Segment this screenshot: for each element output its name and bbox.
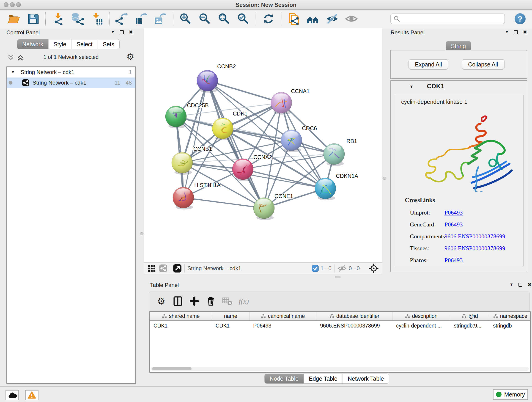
grid-view-icon[interactable] — [147, 264, 156, 273]
function-builder-icon[interactable]: f(x) — [237, 295, 250, 307]
column-header-name[interactable]: name — [212, 312, 249, 320]
results-panel-float-icon[interactable] — [514, 30, 518, 34]
cloud-button[interactable] — [6, 390, 19, 400]
import-database-icon[interactable] — [71, 12, 84, 26]
network-node-CCNB1[interactable] — [172, 152, 193, 175]
cell-shared-name[interactable]: CDK1 — [150, 323, 212, 329]
tab-network[interactable]: Network — [17, 39, 48, 49]
tree-expander-icon[interactable]: ▼ — [11, 70, 15, 75]
network-row-selected[interactable]: String Network – cdk1 11 48 — [7, 77, 135, 88]
column-header-description[interactable]: description — [393, 312, 450, 320]
table-panel-close-icon[interactable]: ✖ — [527, 283, 532, 287]
selected-checkbox-icon[interactable] — [312, 265, 319, 272]
cell-namespace[interactable]: stringdb — [489, 323, 531, 329]
delete-column-trash-icon[interactable] — [204, 295, 217, 307]
import-table-icon[interactable] — [90, 12, 103, 26]
table-row[interactable]: CDK1CDK1P064939606.ENSP00000378699cyclin… — [150, 321, 530, 331]
cell-database-identifier[interactable]: 9606.ENSP00000378699 — [317, 323, 393, 329]
results-panel-menu-icon[interactable]: ▼ — [505, 30, 509, 34]
zoom-selected-icon[interactable] — [237, 12, 250, 26]
help-button[interactable]: ? — [515, 13, 526, 24]
network-node-HIST1H1A[interactable] — [173, 187, 194, 210]
network-edge-HIST1H1A-CCNE1[interactable] — [183, 198, 264, 208]
network-options-gear-icon[interactable]: ⚙ — [127, 52, 134, 62]
table-settings-gear-icon[interactable]: ⚙ — [155, 295, 168, 307]
tab-style[interactable]: Style — [48, 39, 71, 49]
collapse-all-button[interactable]: Collapse All — [462, 59, 505, 70]
table-hscrollbar-thumb[interactable] — [152, 367, 191, 370]
network-node-CCNA2[interactable] — [232, 159, 253, 181]
warnings-button[interactable] — [25, 390, 38, 400]
import-network-icon[interactable] — [51, 12, 65, 26]
refresh-layout-icon[interactable] — [262, 12, 275, 26]
zoom-fit-icon[interactable] — [217, 12, 231, 26]
delete-table-icon[interactable] — [221, 295, 234, 307]
network-canvas[interactable]: CCNB2CCNA1CDC25BCDK1CDC6RB1CCNB1CCNA2CDK… — [144, 28, 382, 262]
show-columns-icon[interactable] — [171, 295, 184, 307]
tab-edge-table[interactable]: Edge Table — [304, 374, 342, 383]
network-edge-CCNB2-HIST1H1A[interactable] — [183, 81, 207, 198]
search-input[interactable] — [402, 15, 505, 22]
memory-button[interactable]: Memory — [493, 389, 528, 400]
save-session-icon[interactable] — [26, 12, 40, 26]
tab-network-table[interactable]: Network Table — [342, 374, 389, 383]
export-image-icon[interactable] — [154, 12, 167, 26]
tab-string[interactable]: String — [446, 41, 471, 51]
close-window-button[interactable] — [4, 2, 8, 7]
show-all-icon[interactable] — [345, 12, 358, 26]
fit-selection-crosshair-icon[interactable] — [369, 264, 379, 273]
first-neighbors-icon[interactable] — [306, 12, 320, 26]
network-edge-CDK1-RB1[interactable] — [223, 128, 334, 154]
table-panel-float-icon[interactable] — [519, 283, 522, 287]
tab-node-table[interactable]: Node Table — [265, 374, 304, 383]
crosslink-link[interactable]: P06493 — [444, 257, 462, 264]
network-node-CDKN1A[interactable] — [315, 178, 336, 200]
table-hscrollbar[interactable] — [151, 367, 529, 371]
network-edge-CCNB2-CCNE1[interactable] — [207, 81, 264, 208]
hidden-eye-icon[interactable] — [337, 264, 347, 272]
column-header-@id[interactable]: @id — [450, 312, 489, 320]
crosslink-link[interactable]: P06493 — [444, 221, 462, 228]
cell-name[interactable]: CDK1 — [212, 323, 249, 329]
column-header-shared-name[interactable]: shared name — [150, 312, 212, 320]
hide-selected-icon[interactable] — [326, 12, 339, 26]
cell-@id[interactable]: stringdb:9... — [450, 323, 489, 329]
left-splitter-handle[interactable] — [140, 232, 143, 235]
network-node-CDC25B[interactable] — [165, 106, 186, 128]
control-panel-close-icon[interactable]: ✖ — [129, 30, 133, 34]
clone-network-icon[interactable] — [287, 12, 300, 26]
network-node-RB1[interactable] — [323, 143, 345, 166]
network-node-CDK1[interactable] — [212, 118, 233, 140]
zoom-window-button[interactable] — [16, 2, 21, 7]
table-panel-menu-icon[interactable]: ▼ — [510, 282, 513, 287]
network-node-CCNE1[interactable] — [253, 198, 274, 220]
crosslink-link[interactable]: 9606.ENSP00000378699 — [444, 245, 505, 252]
zoom-out-icon[interactable] — [198, 12, 211, 26]
network-view-icon[interactable] — [159, 264, 167, 273]
search-box[interactable] — [390, 13, 505, 24]
entry-expander-icon[interactable]: ▼ — [409, 84, 413, 89]
right-splitter-handle[interactable] — [383, 177, 386, 180]
open-session-icon[interactable] — [7, 12, 20, 26]
export-table-icon[interactable] — [134, 12, 148, 26]
minimize-window-button[interactable] — [10, 2, 15, 7]
results-panel-close-icon[interactable]: ✖ — [523, 30, 527, 34]
network-edge-CCNB2-CCNA1[interactable] — [207, 81, 281, 103]
network-edge-CCNA2-CDKN1A[interactable] — [243, 169, 325, 188]
birdseye-view-icon[interactable] — [173, 264, 182, 273]
control-panel-menu-icon[interactable]: ▼ — [111, 30, 115, 34]
bottom-splitter-handle[interactable] — [335, 276, 341, 278]
column-header-canonical-name[interactable]: canonical name — [249, 312, 317, 320]
control-panel-float-icon[interactable] — [120, 30, 124, 34]
cell-description[interactable]: cyclin-dependent ... — [393, 323, 450, 329]
add-column-icon[interactable] — [188, 295, 201, 307]
zoom-in-icon[interactable] — [179, 12, 192, 26]
cell-canonical-name[interactable]: P06493 — [249, 323, 317, 329]
network-node-CCNA1[interactable] — [271, 92, 292, 115]
network-node-CDC6[interactable] — [281, 130, 302, 152]
network-collection-row[interactable]: ▼ String Network – cdk1 1 — [7, 67, 135, 77]
column-header-database-identifier[interactable]: database identifier — [317, 312, 393, 320]
export-network-icon[interactable] — [115, 12, 128, 26]
crosslink-link[interactable]: 9606.ENSP00000378699 — [444, 233, 505, 240]
crosslink-link[interactable]: P06493 — [444, 209, 462, 216]
